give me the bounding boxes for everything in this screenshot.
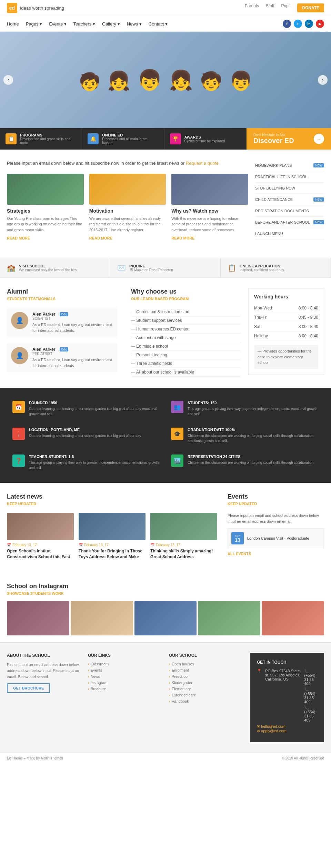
phone-1: 📞 (+554) 31 85 409 [304, 687, 317, 704]
sidebar-item-homework[interactable]: HOMEWORK PLANSNEW [255, 160, 324, 171]
hours-row-1: Thu-Fri8:45 - 9:30 [254, 313, 318, 322]
footer-link-brochure[interactable]: Brochure [88, 687, 162, 691]
why-us-read-more[interactable]: READ MORE [171, 236, 194, 240]
motivation-read-more[interactable]: READ MORE [89, 236, 112, 240]
graduation-desc: Children in this classroom are working o… [188, 433, 319, 443]
discover-bar[interactable]: Don't Hesitate to Ask Discover ED → [247, 128, 331, 150]
hero-prev-button[interactable]: ‹ [3, 75, 13, 85]
footer-school-extended[interactable]: Extended care [169, 693, 243, 697]
avatar-1: 👤 [11, 312, 28, 329]
hours-row-3: Holiday8:00 - 8:40 [254, 331, 318, 341]
testimonial-2: 👤 Alen Parker Edit PEDIATRIST As a ED st… [7, 343, 117, 372]
facebook-icon[interactable]: f [283, 20, 291, 28]
sidebar-item-before-after[interactable]: BEFORE AND AFTER SCHOOLNEW [255, 217, 324, 228]
sidebar-item-registration[interactable]: REGISTRATION DOCUMENTS [255, 205, 324, 217]
staff-link[interactable]: Staff [266, 3, 274, 12]
nav-pages[interactable]: Pages ▾ [26, 21, 42, 27]
graduation-title: GRADUATION RATE 100% [188, 428, 319, 432]
all-events-link[interactable]: ALL EVENTS [228, 552, 324, 556]
twitter-icon[interactable]: t [294, 20, 302, 28]
news-title-0: Open School's Institut Constructivism Sc… [7, 548, 74, 560]
programs-title: PROGRAMS [20, 133, 76, 137]
footer-school-enrolment[interactable]: Enrolment [169, 668, 243, 672]
founded-desc: Outdoor learning and tending to our scho… [29, 406, 160, 417]
pupil-link[interactable]: Pupil [281, 3, 291, 12]
alumni-section: Alumni STUDENTS TESTMONIALS 👤 Alen Parke… [0, 278, 331, 388]
visit-title: VISIT SCHOOL [19, 264, 78, 268]
sidebar-item-practical[interactable]: PRACTICAL LIFE IN SCHOOL [255, 171, 324, 183]
linkedin-icon[interactable]: in [305, 20, 313, 28]
representation-title: REPRESENTATION 24 CITIES [188, 455, 313, 459]
instagram-grid [7, 601, 324, 635]
sidebar-item-attendance[interactable]: CHILD ATTENDANCENEW [255, 194, 324, 205]
nav-gallery[interactable]: Gallery ▾ [102, 21, 120, 27]
footer-link-news[interactable]: News [88, 674, 162, 678]
footer-links-title: OUR LINKS [88, 653, 162, 658]
footer-school-preschool[interactable]: Preschool [169, 674, 243, 678]
sidebar-item-launch[interactable]: LAUNCH MENU [255, 228, 324, 239]
strategies-image [7, 174, 84, 205]
nav-events[interactable]: Events ▾ [49, 21, 66, 27]
testimonial-2-badge: Edit [60, 347, 69, 351]
stats-bar: 📅 FOUNDED 1956 Outdoor learning and tend… [0, 388, 331, 483]
testimonial-2-name: Alen Parker [32, 347, 56, 352]
programs-desc: Develop fine and gross skills and more [20, 137, 76, 145]
why-choose-subtitle: OUR LEARN BASED PROGRAM [131, 297, 241, 301]
choose-item-3: Auditorium with stage [131, 334, 241, 342]
footer-links-list: Classroom Events News Instagram Brochure [88, 662, 162, 691]
footer-school-open-houses[interactable]: Open houses [169, 662, 243, 666]
location-desc: Outdoor learning and tending to our scho… [29, 433, 141, 438]
parents-link[interactable]: Parents [245, 3, 259, 12]
info-application: 📋 ONLINE APPLICATION Inspired, confident… [221, 258, 331, 277]
students-desc: This age group is playing their way to g… [188, 406, 319, 417]
news-date-1: 📅 February 13, 17 [79, 543, 146, 547]
strategies-read-more[interactable]: READ MORE [7, 236, 30, 240]
info-visit: 🏫 VISIT SCHOOL We employed only the best… [0, 258, 110, 277]
nav-contact[interactable]: Contact ▾ [149, 21, 168, 27]
hours-row-0: Mon-Wed8:00 - 8:40 [254, 304, 318, 313]
events-title: Events [228, 493, 324, 500]
alumni-column: Alumni STUDENTS TESTMONIALS 👤 Alen Parke… [7, 288, 124, 378]
hero-next-button[interactable]: › [318, 75, 328, 85]
instagram-image-2 [134, 601, 197, 635]
event-day-0: 13 [235, 537, 240, 543]
avatar-2: 👤 [11, 347, 28, 364]
homework-badge: NEW [313, 163, 324, 167]
instagram-image-0 [7, 601, 69, 635]
events-subtitle: KEEP UPDATED [228, 502, 324, 506]
choose-item-0: Curriculum & instruction start [131, 308, 241, 316]
footer-school-elementary[interactable]: Elementary [169, 687, 243, 691]
news-subtitle: KEEP UPDATED [7, 502, 217, 506]
sidebar-links: HOMEWORK PLANSNEW PRACTICAL LIFE IN SCHO… [255, 160, 324, 239]
testimonial-1-badge: Edit [60, 312, 69, 316]
footer-link-events[interactable]: Events [88, 668, 162, 672]
request-quote-link[interactable]: Request a quote [186, 161, 219, 166]
footer-school-kindergarten[interactable]: Kindergarten [169, 681, 243, 685]
before-after-badge: NEW [313, 220, 324, 224]
instagram-image-1 [71, 601, 133, 635]
logo: ed Ideas worth spreading [7, 3, 64, 13]
donate-button[interactable]: DONATE [297, 3, 324, 12]
footer-school-handbook[interactable]: Handbook [169, 699, 243, 703]
bottom-right-text: © 2019 All Rights Reserved [282, 756, 324, 760]
programs-bar: 📋 PROGRAMS Develop fine and gross skills… [0, 128, 331, 150]
motivation-image [89, 174, 166, 205]
youtube-icon[interactable]: ▶ [316, 20, 324, 28]
awards-title: AWARDS [184, 135, 225, 139]
choose-item-1: Student support services [131, 316, 241, 325]
address-icon: 📍 [257, 669, 262, 673]
nav-home[interactable]: Home [7, 21, 19, 27]
nav-news[interactable]: News ▾ [127, 21, 142, 27]
inquire-title: INQUIRE [129, 264, 173, 268]
footer-link-classroom[interactable]: Classroom [88, 662, 162, 666]
news-image-0 [7, 513, 74, 540]
footer-link-instagram[interactable]: Instagram [88, 681, 162, 685]
sidebar-item-bullying[interactable]: STOP BULLYING NOW [255, 183, 324, 194]
strategies-title: Strategies [7, 208, 84, 214]
event-date-0: SEP 13 [231, 532, 244, 544]
nav-teachers[interactable]: Teachers ▾ [73, 21, 95, 27]
get-brochure-button[interactable]: GET BROCHURE [7, 683, 50, 693]
bottom-left-text: Ed Theme – Made by Aisilin Themes [7, 756, 63, 760]
awards-desc: Cycles of time be explored [184, 139, 225, 143]
footer-about-text: Please input an email address down below… [7, 662, 81, 680]
